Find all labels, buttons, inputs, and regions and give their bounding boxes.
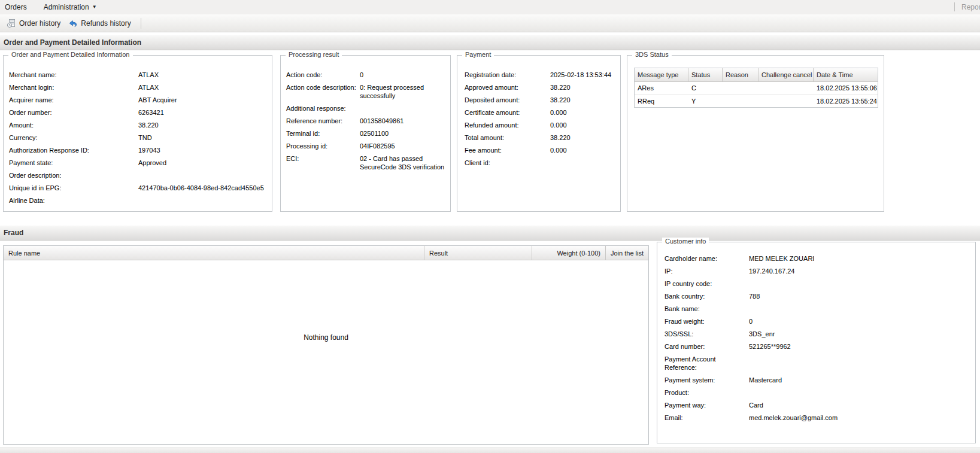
field-label: Fraud weight: (665, 317, 749, 326)
field-value: 38.220 (550, 83, 617, 92)
field-value: ABT Acquirer (138, 96, 269, 104)
field-label: Amount: (9, 121, 138, 129)
table-row: RReq Y 18.02.2025 13:55:24 (635, 95, 878, 107)
field-row: Fraud weight: 0 (665, 317, 972, 326)
field-label: Fee amount: (465, 146, 550, 154)
field-label: Bank country: (665, 292, 749, 300)
cell-message-type: ARes (635, 82, 688, 94)
page-title-text: Order and Payment Detailed Information (4, 38, 141, 47)
customer-info-panel: Customer info Cardholder name: MED MELEK… (657, 242, 976, 443)
refunds-history-button[interactable]: Refunds history (65, 17, 135, 30)
field-row: Product: (665, 388, 972, 397)
column-header[interactable]: Date & Time (814, 68, 878, 81)
menu-item-label: Administration (44, 3, 89, 11)
field-row: Action code description: 0: Request proc… (286, 83, 445, 100)
field-row: Order description: (9, 171, 269, 180)
cell-message-type: RReq (635, 95, 688, 107)
field-row: Reference number: 001358049861 (286, 117, 445, 125)
cell-reason (723, 95, 758, 107)
field-value: 521265**9962 (749, 342, 972, 351)
field-label: Total amount: (465, 133, 550, 142)
field-row: Payment way: Card (665, 401, 972, 409)
field-label: Card number: (665, 342, 749, 351)
field-label: Cardholder name: (665, 254, 749, 263)
field-label: Acquirer name: (9, 96, 138, 104)
column-header[interactable]: Result (424, 246, 532, 260)
field-value: ATLAX (138, 83, 269, 92)
threeds-status-legend: 3DS Status (632, 51, 672, 58)
field-label: Certificate amount: (465, 108, 550, 117)
column-header[interactable]: Status (688, 68, 723, 81)
field-value: Card (749, 401, 972, 409)
field-label: Email: (665, 414, 749, 422)
field-label: Client id: (465, 159, 550, 167)
field-label: Product: (665, 388, 749, 397)
toolbar-separator (141, 18, 141, 29)
field-row: Processing id: 04IF082595 (286, 142, 445, 150)
field-label: Deposited amount: (465, 96, 550, 104)
field-label: Action code description: (286, 83, 360, 92)
field-row: Authorization Response ID: 197043 (9, 146, 269, 154)
field-value: 001358049861 (360, 117, 445, 125)
field-value: ATLAX (138, 71, 269, 79)
column-header[interactable]: Message type (635, 68, 688, 81)
field-label: Order description: (9, 171, 138, 180)
field-label: Payment Account Reference: (665, 355, 749, 372)
bottom-section-bar (0, 448, 980, 453)
order-history-button[interactable]: Order history (4, 17, 65, 30)
field-label: IP country code: (665, 279, 749, 288)
field-value: 38.220 (550, 133, 617, 142)
field-value: 38.220 (550, 96, 617, 104)
toolbar-button-label: Refunds history (81, 19, 131, 28)
field-row: Registration date: 2025-02-18 13:53:44 (465, 71, 617, 79)
field-label: Approved amount: (465, 83, 550, 92)
fraud-table: Rule nameResultWeight (0-100)Join the li… (3, 245, 649, 445)
field-row: Payment system: Mastercard (665, 376, 972, 384)
field-row: Refunded amount: 0.000 (465, 121, 617, 129)
field-label: Registration date: (465, 71, 550, 79)
customer-info-fields: Cardholder name: MED MELEK ZOUARI IP: 19… (657, 242, 975, 443)
field-value: 788 (749, 292, 972, 300)
field-row: Bank country: 788 (665, 292, 972, 300)
payment-fields: Registration date: 2025-02-18 13:53:44 A… (457, 56, 620, 211)
field-row: Client id: (465, 159, 617, 167)
field-label: Additional response: (286, 104, 360, 113)
field-row: Bank name: (665, 305, 972, 313)
field-label: Action code: (286, 71, 360, 79)
menu-item-report[interactable]: Report (961, 3, 980, 11)
field-label: Order number: (9, 108, 138, 117)
field-row: Terminal id: 02501100 (286, 129, 445, 138)
field-label: Currency: (9, 133, 138, 142)
cell-datetime: 18.02.2025 13:55:24 (814, 95, 878, 107)
field-value: Approved (138, 159, 269, 167)
field-value: med.melek.zouari@gmail.com (749, 414, 972, 422)
menu-item-orders[interactable]: Orders (5, 3, 27, 11)
menu-item-administration[interactable]: Administration ▼ (44, 3, 97, 11)
field-label: Payment way: (665, 401, 749, 409)
menu-separator (954, 2, 955, 11)
field-row: Email: med.melek.zouari@gmail.com (665, 414, 972, 422)
field-value: Mastercard (749, 376, 972, 384)
field-row: Payment state: Approved (9, 159, 269, 167)
field-value: 02501100 (360, 129, 445, 138)
field-label: ECI: (286, 154, 360, 163)
cell-challenge-cancel (758, 95, 814, 107)
order-info-panel: Order and Payment Detailed Information M… (3, 55, 272, 212)
field-label: 3DS/SSL: (665, 330, 749, 338)
field-row: Merchant name: ATLAX (9, 71, 269, 79)
field-row: Order number: 6263421 (9, 108, 269, 117)
column-header[interactable]: Reason (723, 68, 758, 81)
field-value: TND (138, 133, 269, 142)
column-header[interactable]: Join the list (606, 246, 648, 260)
field-row: Acquirer name: ABT Acquirer (9, 96, 269, 104)
field-row: ECI: 02 - Card has passed SecureCode 3DS… (286, 154, 445, 171)
column-header[interactable]: Rule name (4, 246, 424, 260)
processing-result-panel: Processing result Action code: 0 Action … (280, 55, 451, 212)
field-row: Cardholder name: MED MELEK ZOUARI (665, 254, 972, 263)
column-header[interactable]: Weight (0-100) (532, 246, 606, 260)
field-label: Payment state: (9, 159, 138, 167)
column-header[interactable]: Challenge cancel (758, 68, 814, 81)
field-label: Authorization Response ID: (9, 146, 138, 154)
processing-result-fields: Action code: 0 Action code description: … (281, 56, 450, 211)
field-row: Card number: 521265**9962 (665, 342, 972, 351)
